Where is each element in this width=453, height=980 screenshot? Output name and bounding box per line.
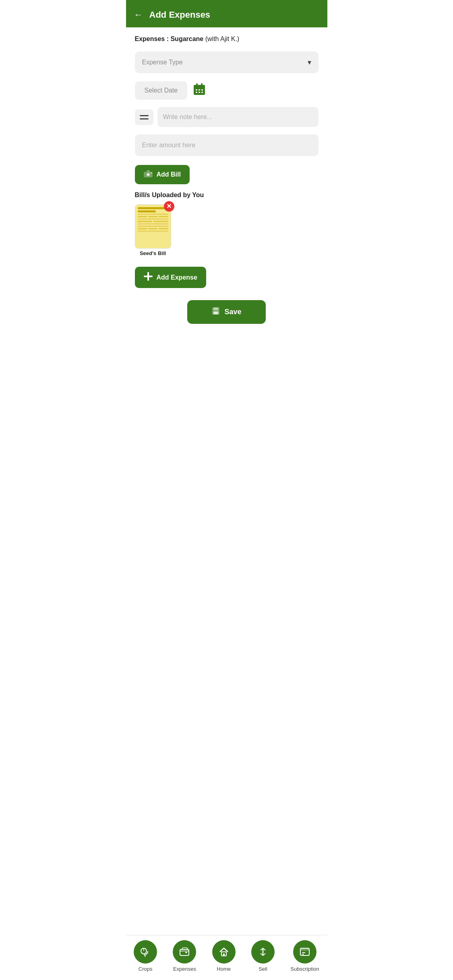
subtitle-prefix: Expenses : — [135, 35, 171, 42]
thumb-line-5 — [138, 223, 168, 224]
bottom-nav: Crops Expenses Home — [126, 935, 327, 980]
subscription-icon-circle — [293, 940, 316, 964]
nav-item-sell[interactable]: Sell — [251, 940, 275, 972]
home-nav-label: Home — [217, 966, 231, 972]
nav-item-subscription[interactable]: Subscription — [290, 940, 319, 972]
svg-rect-26 — [180, 949, 189, 955]
thumb-col-8 — [159, 228, 168, 229]
thumb-col-6 — [138, 228, 147, 229]
thumb-col-5 — [153, 221, 168, 222]
save-button[interactable]: Save — [187, 300, 265, 324]
svg-rect-31 — [300, 948, 309, 951]
bills-section-label: Bill/s Uploaded by You — [135, 191, 319, 199]
svg-rect-4 — [196, 89, 197, 91]
svg-rect-16 — [144, 276, 153, 277]
svg-rect-33 — [302, 954, 304, 955]
thumb-col-1 — [138, 216, 147, 217]
header: ← Add Expenses — [126, 2, 327, 27]
camera-icon — [144, 170, 153, 179]
expenses-icon-circle — [173, 940, 196, 964]
svg-rect-18 — [213, 307, 218, 310]
thumb-row-3 — [138, 228, 168, 229]
thumb-line-4 — [138, 218, 168, 220]
nav-item-crops[interactable]: Crops — [134, 940, 157, 972]
chevron-down-icon: ▾ — [308, 58, 311, 67]
svg-rect-14 — [151, 173, 152, 173]
amount-input[interactable] — [135, 134, 319, 156]
save-icon — [211, 307, 220, 317]
expense-type-dropdown[interactable]: Expense Type ▾ — [135, 51, 319, 73]
subtitle: Expenses : Sugarcane (with Ajit K.) — [135, 35, 319, 43]
svg-rect-3 — [201, 83, 203, 86]
bill-remove-button[interactable]: ✕ — [164, 201, 174, 212]
crops-nav-label: Crops — [139, 966, 153, 972]
svg-rect-8 — [199, 92, 200, 93]
bottom-spacer — [135, 340, 319, 380]
subscription-icon — [299, 946, 310, 957]
thumb-line-1 — [138, 207, 168, 209]
sell-icon-circle — [251, 940, 275, 964]
svg-rect-6 — [201, 89, 203, 91]
plus-icon — [144, 272, 153, 283]
subtitle-crop: Sugarcane — [170, 35, 203, 42]
sell-icon — [257, 946, 269, 957]
thumb-row-1 — [138, 216, 168, 217]
nav-item-expenses[interactable]: Expenses — [173, 940, 196, 972]
sell-nav-label: Sell — [259, 966, 267, 972]
svg-point-13 — [147, 174, 149, 176]
save-row: Save — [135, 300, 319, 324]
svg-rect-27 — [185, 952, 187, 953]
svg-rect-20 — [214, 312, 217, 314]
date-row: Select Date — [135, 81, 319, 100]
note-row — [135, 107, 319, 127]
add-expense-label: Add Expense — [157, 274, 197, 281]
thumb-line-2 — [138, 210, 156, 212]
svg-rect-32 — [302, 952, 305, 953]
note-input[interactable] — [157, 107, 319, 127]
hamburger-line-1 — [140, 115, 149, 116]
svg-rect-2 — [196, 83, 198, 86]
add-expense-button[interactable]: Add Expense — [135, 267, 206, 288]
save-label: Save — [224, 308, 241, 316]
back-button[interactable]: ← — [134, 10, 143, 20]
calendar-icon-button[interactable] — [193, 83, 206, 99]
svg-rect-29 — [223, 953, 225, 956]
thumb-col-2 — [148, 216, 157, 217]
svg-rect-5 — [199, 89, 200, 91]
page-title: Add Expenses — [149, 10, 211, 20]
thumb-line-7 — [138, 231, 168, 232]
svg-point-24 — [147, 951, 149, 953]
svg-rect-7 — [196, 92, 197, 93]
bill-name: Seed's Bill — [135, 250, 171, 256]
svg-rect-1 — [194, 85, 205, 89]
subscription-nav-label: Subscription — [290, 966, 319, 972]
crops-icon — [140, 946, 151, 957]
date-select-button[interactable]: Select Date — [135, 81, 188, 100]
nav-item-home[interactable]: Home — [212, 940, 236, 972]
subtitle-suffix: (with Ajit K.) — [203, 35, 239, 42]
thumb-row-2 — [138, 221, 168, 222]
thumb-col-4 — [138, 221, 153, 222]
wallet-icon — [179, 946, 190, 957]
svg-rect-12 — [147, 170, 150, 172]
note-icon-button[interactable] — [135, 109, 153, 125]
hamburger-line-2 — [140, 118, 149, 119]
crops-icon-circle — [134, 940, 157, 964]
thumb-line-6 — [138, 226, 168, 227]
add-bill-button[interactable]: Add Bill — [135, 165, 190, 184]
calendar-icon — [193, 83, 206, 96]
bill-thumbnail — [135, 204, 171, 249]
expenses-nav-label: Expenses — [173, 966, 196, 972]
thumb-col-3 — [159, 216, 168, 217]
svg-rect-9 — [201, 92, 203, 93]
thumb-col-7 — [148, 228, 157, 229]
add-bill-label: Add Bill — [157, 171, 181, 178]
thumb-line-3 — [138, 214, 168, 215]
bill-item-1: ✕ Seed's Bill — [135, 204, 171, 256]
expense-type-label: Expense Type — [142, 59, 183, 66]
main-content: Expenses : Sugarcane (with Ajit K.) Expe… — [126, 27, 327, 388]
home-icon-circle — [212, 940, 236, 964]
home-icon — [218, 946, 230, 957]
